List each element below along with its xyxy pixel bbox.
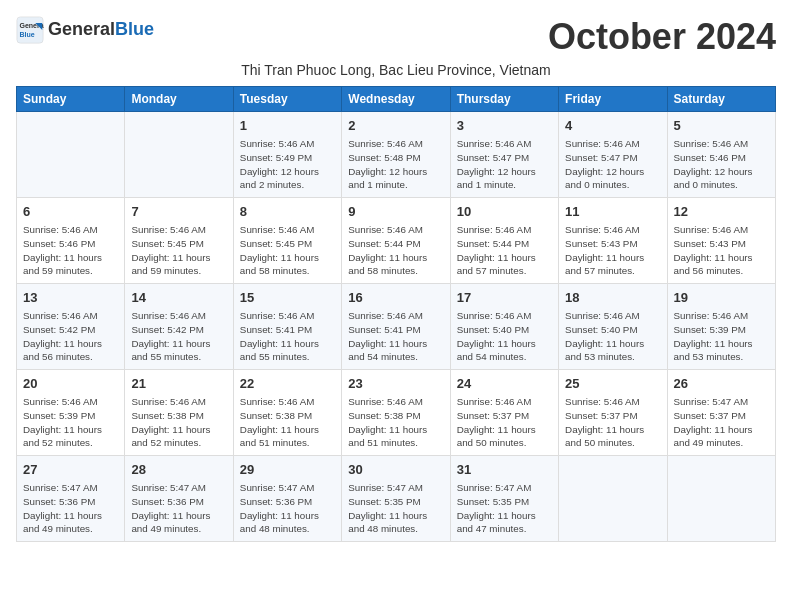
day-info: Sunrise: 5:46 AM Sunset: 5:42 PM Dayligh…	[131, 309, 226, 364]
calendar-cell: 13Sunrise: 5:46 AM Sunset: 5:42 PM Dayli…	[17, 284, 125, 370]
day-number: 12	[674, 203, 769, 221]
calendar-cell	[17, 112, 125, 198]
day-info: Sunrise: 5:46 AM Sunset: 5:47 PM Dayligh…	[565, 137, 660, 192]
logo-blue-text: Blue	[115, 19, 154, 39]
calendar-cell: 24Sunrise: 5:46 AM Sunset: 5:37 PM Dayli…	[450, 370, 558, 456]
day-number: 27	[23, 461, 118, 479]
subtitle: Thi Tran Phuoc Long, Bac Lieu Province, …	[16, 62, 776, 78]
day-info: Sunrise: 5:46 AM Sunset: 5:43 PM Dayligh…	[565, 223, 660, 278]
calendar-week-5: 27Sunrise: 5:47 AM Sunset: 5:36 PM Dayli…	[17, 456, 776, 542]
calendar-cell: 31Sunrise: 5:47 AM Sunset: 5:35 PM Dayli…	[450, 456, 558, 542]
day-info: Sunrise: 5:46 AM Sunset: 5:44 PM Dayligh…	[457, 223, 552, 278]
day-number: 8	[240, 203, 335, 221]
day-number: 24	[457, 375, 552, 393]
day-number: 16	[348, 289, 443, 307]
calendar-cell: 11Sunrise: 5:46 AM Sunset: 5:43 PM Dayli…	[559, 198, 667, 284]
day-number: 29	[240, 461, 335, 479]
day-number: 18	[565, 289, 660, 307]
calendar-cell: 21Sunrise: 5:46 AM Sunset: 5:38 PM Dayli…	[125, 370, 233, 456]
calendar-cell: 29Sunrise: 5:47 AM Sunset: 5:36 PM Dayli…	[233, 456, 341, 542]
day-number: 31	[457, 461, 552, 479]
day-info: Sunrise: 5:47 AM Sunset: 5:35 PM Dayligh…	[457, 481, 552, 536]
day-number: 3	[457, 117, 552, 135]
calendar-cell: 27Sunrise: 5:47 AM Sunset: 5:36 PM Dayli…	[17, 456, 125, 542]
day-info: Sunrise: 5:46 AM Sunset: 5:46 PM Dayligh…	[23, 223, 118, 278]
calendar-cell: 10Sunrise: 5:46 AM Sunset: 5:44 PM Dayli…	[450, 198, 558, 284]
calendar-cell: 4Sunrise: 5:46 AM Sunset: 5:47 PM Daylig…	[559, 112, 667, 198]
calendar-cell: 17Sunrise: 5:46 AM Sunset: 5:40 PM Dayli…	[450, 284, 558, 370]
calendar-cell: 30Sunrise: 5:47 AM Sunset: 5:35 PM Dayli…	[342, 456, 450, 542]
day-number: 9	[348, 203, 443, 221]
day-info: Sunrise: 5:46 AM Sunset: 5:40 PM Dayligh…	[565, 309, 660, 364]
header-day-sunday: Sunday	[17, 87, 125, 112]
day-number: 14	[131, 289, 226, 307]
day-info: Sunrise: 5:46 AM Sunset: 5:45 PM Dayligh…	[240, 223, 335, 278]
calendar-cell: 25Sunrise: 5:46 AM Sunset: 5:37 PM Dayli…	[559, 370, 667, 456]
day-info: Sunrise: 5:46 AM Sunset: 5:41 PM Dayligh…	[348, 309, 443, 364]
calendar-cell: 19Sunrise: 5:46 AM Sunset: 5:39 PM Dayli…	[667, 284, 775, 370]
day-number: 4	[565, 117, 660, 135]
day-number: 21	[131, 375, 226, 393]
header-day-saturday: Saturday	[667, 87, 775, 112]
day-info: Sunrise: 5:46 AM Sunset: 5:47 PM Dayligh…	[457, 137, 552, 192]
calendar-cell: 7Sunrise: 5:46 AM Sunset: 5:45 PM Daylig…	[125, 198, 233, 284]
day-info: Sunrise: 5:47 AM Sunset: 5:36 PM Dayligh…	[131, 481, 226, 536]
calendar-cell: 15Sunrise: 5:46 AM Sunset: 5:41 PM Dayli…	[233, 284, 341, 370]
calendar-cell: 5Sunrise: 5:46 AM Sunset: 5:46 PM Daylig…	[667, 112, 775, 198]
day-info: Sunrise: 5:46 AM Sunset: 5:38 PM Dayligh…	[348, 395, 443, 450]
header-day-thursday: Thursday	[450, 87, 558, 112]
month-title: October 2024	[548, 16, 776, 58]
day-number: 26	[674, 375, 769, 393]
calendar-cell: 18Sunrise: 5:46 AM Sunset: 5:40 PM Dayli…	[559, 284, 667, 370]
day-info: Sunrise: 5:47 AM Sunset: 5:37 PM Dayligh…	[674, 395, 769, 450]
header-day-friday: Friday	[559, 87, 667, 112]
day-number: 19	[674, 289, 769, 307]
day-info: Sunrise: 5:47 AM Sunset: 5:36 PM Dayligh…	[23, 481, 118, 536]
day-info: Sunrise: 5:46 AM Sunset: 5:37 PM Dayligh…	[457, 395, 552, 450]
day-number: 22	[240, 375, 335, 393]
day-number: 28	[131, 461, 226, 479]
calendar-cell: 8Sunrise: 5:46 AM Sunset: 5:45 PM Daylig…	[233, 198, 341, 284]
day-number: 25	[565, 375, 660, 393]
calendar-cell: 9Sunrise: 5:46 AM Sunset: 5:44 PM Daylig…	[342, 198, 450, 284]
calendar-week-3: 13Sunrise: 5:46 AM Sunset: 5:42 PM Dayli…	[17, 284, 776, 370]
day-info: Sunrise: 5:46 AM Sunset: 5:38 PM Dayligh…	[131, 395, 226, 450]
day-number: 30	[348, 461, 443, 479]
header-day-wednesday: Wednesday	[342, 87, 450, 112]
day-number: 5	[674, 117, 769, 135]
logo-general-text: General	[48, 19, 115, 39]
day-number: 15	[240, 289, 335, 307]
day-info: Sunrise: 5:46 AM Sunset: 5:41 PM Dayligh…	[240, 309, 335, 364]
day-info: Sunrise: 5:46 AM Sunset: 5:40 PM Dayligh…	[457, 309, 552, 364]
day-info: Sunrise: 5:46 AM Sunset: 5:46 PM Dayligh…	[674, 137, 769, 192]
header-day-monday: Monday	[125, 87, 233, 112]
day-number: 7	[131, 203, 226, 221]
calendar-cell: 20Sunrise: 5:46 AM Sunset: 5:39 PM Dayli…	[17, 370, 125, 456]
day-info: Sunrise: 5:46 AM Sunset: 5:37 PM Dayligh…	[565, 395, 660, 450]
calendar-cell: 26Sunrise: 5:47 AM Sunset: 5:37 PM Dayli…	[667, 370, 775, 456]
day-number: 10	[457, 203, 552, 221]
day-info: Sunrise: 5:46 AM Sunset: 5:42 PM Dayligh…	[23, 309, 118, 364]
day-number: 23	[348, 375, 443, 393]
day-number: 17	[457, 289, 552, 307]
day-info: Sunrise: 5:46 AM Sunset: 5:43 PM Dayligh…	[674, 223, 769, 278]
calendar-cell: 12Sunrise: 5:46 AM Sunset: 5:43 PM Dayli…	[667, 198, 775, 284]
calendar-cell	[667, 456, 775, 542]
logo-icon: General Blue	[16, 16, 44, 44]
calendar-cell: 3Sunrise: 5:46 AM Sunset: 5:47 PM Daylig…	[450, 112, 558, 198]
day-number: 11	[565, 203, 660, 221]
calendar-table: SundayMondayTuesdayWednesdayThursdayFrid…	[16, 86, 776, 542]
calendar-cell: 1Sunrise: 5:46 AM Sunset: 5:49 PM Daylig…	[233, 112, 341, 198]
day-info: Sunrise: 5:46 AM Sunset: 5:39 PM Dayligh…	[674, 309, 769, 364]
day-number: 20	[23, 375, 118, 393]
header-day-tuesday: Tuesday	[233, 87, 341, 112]
calendar-week-4: 20Sunrise: 5:46 AM Sunset: 5:39 PM Dayli…	[17, 370, 776, 456]
calendar-cell: 23Sunrise: 5:46 AM Sunset: 5:38 PM Dayli…	[342, 370, 450, 456]
calendar-cell: 2Sunrise: 5:46 AM Sunset: 5:48 PM Daylig…	[342, 112, 450, 198]
calendar-cell	[125, 112, 233, 198]
day-info: Sunrise: 5:46 AM Sunset: 5:48 PM Dayligh…	[348, 137, 443, 192]
day-number: 1	[240, 117, 335, 135]
day-number: 6	[23, 203, 118, 221]
svg-rect-0	[17, 17, 43, 43]
calendar-week-2: 6Sunrise: 5:46 AM Sunset: 5:46 PM Daylig…	[17, 198, 776, 284]
